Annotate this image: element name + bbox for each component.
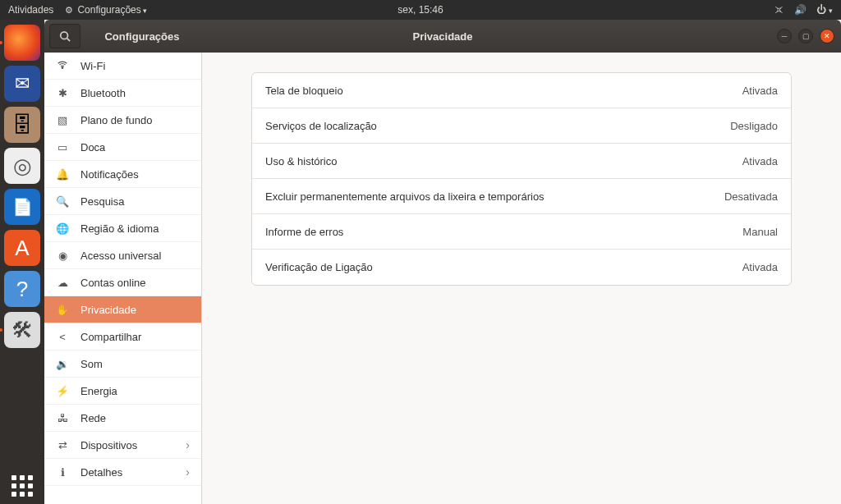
devices-icon: ⇄ <box>56 439 69 451</box>
setting-row[interactable]: Verificação de LigaçãoAtivada <box>252 250 791 285</box>
sidebar-item-label: Plano de fundo <box>80 114 152 126</box>
dock-item-rhythmbox[interactable]: ◎ <box>4 148 40 184</box>
app-title: Configurações <box>80 30 204 43</box>
sidebar-item-background[interactable]: ▧Plano de fundo <box>44 107 201 134</box>
setting-value: Ativada <box>742 85 778 97</box>
sidebar-item-label: Dispositivos <box>80 439 137 451</box>
sidebar-item-power[interactable]: ⚡Energia <box>44 378 201 405</box>
sound-icon: 🔉 <box>56 358 69 370</box>
network-icon: 🖧 <box>56 412 69 424</box>
minimize-button[interactable]: ─ <box>777 29 792 44</box>
bluetooth-icon: ✱ <box>56 87 69 99</box>
dock-item-software[interactable]: A <box>4 230 40 266</box>
sidebar-item-globe[interactable]: 🌐Região & idioma <box>44 215 201 242</box>
svg-point-2 <box>62 66 63 68</box>
hand-icon: ✋ <box>56 304 69 316</box>
sidebar-item-search[interactable]: 🔍Pesquisa <box>44 188 201 215</box>
sidebar-item-share[interactable]: <Compartilhar <box>44 323 201 351</box>
setting-label: Verificação de Ligação <box>265 261 373 273</box>
sidebar-item-label: Detalhes <box>80 466 122 479</box>
sidebar-item-label: Notificações <box>80 168 139 181</box>
dock-item-thunderbird[interactable]: ✉ <box>4 66 40 102</box>
sidebar-item-label: Doca <box>80 141 105 153</box>
sidebar-item-label: Som <box>80 358 103 370</box>
search-button[interactable] <box>49 24 80 48</box>
search-icon: 🔍 <box>56 195 69 208</box>
top-panel: Atividades Configurações sex, 15:46 ⯏ 🔊 … <box>0 0 841 20</box>
svg-point-0 <box>61 32 68 39</box>
sidebar-item-wifi[interactable]: Wi-Fi <box>44 53 201 80</box>
setting-row[interactable]: Tela de bloqueioAtivada <box>252 73 791 108</box>
app-menu-label: Configurações <box>77 4 147 16</box>
dock-icon: ▭ <box>56 141 69 153</box>
search-icon <box>59 30 71 42</box>
sidebar-item-bluetooth[interactable]: ✱Bluetooth <box>44 80 201 107</box>
sidebar-item-sound[interactable]: 🔉Som <box>44 351 201 378</box>
sidebar-item-hand[interactable]: ✋Privacidade <box>44 296 201 323</box>
activities-button[interactable]: Atividades <box>8 4 53 16</box>
setting-label: Informe de erros <box>265 226 343 238</box>
sidebar-item-dock[interactable]: ▭Doca <box>44 134 201 161</box>
show-applications-button[interactable] <box>4 468 40 504</box>
sidebar-item-devices[interactable]: ⇄Dispositivos› <box>44 432 201 459</box>
svg-line-1 <box>67 39 71 42</box>
dock-item-firefox[interactable] <box>4 25 40 61</box>
info-icon: ℹ <box>56 466 69 479</box>
clock-label[interactable]: sex, 15:46 <box>398 4 443 16</box>
sidebar-item-network[interactable]: 🖧Rede <box>44 405 201 432</box>
power-icon[interactable]: ⏻ <box>816 4 833 16</box>
setting-row[interactable]: Excluir permanentemente arquivos da lixe… <box>252 179 791 214</box>
gear-icon <box>65 4 73 16</box>
network-status-icon[interactable]: ⯏ <box>774 4 784 16</box>
setting-label: Tela de bloqueio <box>265 85 343 97</box>
privacy-settings-list: Tela de bloqueioAtivadaServiços de local… <box>251 72 792 286</box>
main-panel: Tela de bloqueioAtivadaServiços de local… <box>202 53 841 504</box>
accounts-icon: ☁ <box>56 277 69 289</box>
sidebar-item-label: Privacidade <box>80 304 136 316</box>
titlebar: Configurações Privacidade ─ ▢ ✕ <box>44 20 841 53</box>
close-button[interactable]: ✕ <box>820 29 834 44</box>
sidebar-item-bell[interactable]: 🔔Notificações <box>44 161 201 188</box>
sidebar: Wi-Fi✱Bluetooth▧Plano de fundo▭Doca🔔Noti… <box>44 53 202 504</box>
setting-label: Serviços de localização <box>265 120 377 132</box>
sidebar-item-accessibility[interactable]: ◉Acesso universal <box>44 242 201 269</box>
dock-item-files[interactable]: 🗄 <box>4 107 40 143</box>
power-icon: ⚡ <box>56 385 69 397</box>
dock-item-help[interactable]: ? <box>4 271 40 307</box>
sidebar-item-label: Rede <box>80 412 106 424</box>
sidebar-item-label: Acesso universal <box>80 250 161 262</box>
globe-icon: 🌐 <box>56 222 69 235</box>
wifi-icon <box>56 59 69 73</box>
setting-row[interactable]: Serviços de localizaçãoDesligado <box>252 108 791 144</box>
sidebar-item-label: Contas online <box>80 277 146 289</box>
setting-value: Desativada <box>724 190 778 203</box>
setting-row[interactable]: Uso & históricoAtivada <box>252 144 791 179</box>
settings-window: Configurações Privacidade ─ ▢ ✕ Wi-Fi✱Bl… <box>44 20 841 504</box>
maximize-button[interactable]: ▢ <box>798 29 813 44</box>
dock-item-tweaks[interactable]: 🛠 <box>4 312 40 348</box>
setting-value: Manual <box>742 226 778 238</box>
sidebar-item-info[interactable]: ℹDetalhes› <box>44 459 201 486</box>
bell-icon: 🔔 <box>56 168 69 181</box>
background-icon: ▧ <box>56 114 69 126</box>
chevron-right-icon: › <box>186 465 190 479</box>
setting-row[interactable]: Informe de errosManual <box>252 214 791 250</box>
setting-label: Uso & histórico <box>265 155 337 167</box>
sidebar-item-label: Região & idioma <box>80 222 159 235</box>
setting-value: Desligado <box>730 120 778 132</box>
chevron-right-icon: › <box>186 438 190 451</box>
sidebar-item-accounts[interactable]: ☁Contas online <box>44 269 201 296</box>
sidebar-item-label: Energia <box>80 385 117 397</box>
sidebar-item-label: Bluetooth <box>80 87 126 99</box>
share-icon: < <box>56 331 69 343</box>
dock: ✉ 🗄 ◎ 📄 A ? 🛠 <box>0 20 44 504</box>
app-menu-button[interactable]: Configurações <box>65 4 147 16</box>
sidebar-item-label: Wi-Fi <box>80 60 105 72</box>
setting-value: Ativada <box>742 155 778 167</box>
setting-label: Excluir permanentemente arquivos da lixe… <box>265 190 545 203</box>
setting-value: Ativada <box>742 261 778 273</box>
dock-item-writer[interactable]: 📄 <box>4 189 40 225</box>
volume-icon[interactable]: 🔊 <box>794 4 807 16</box>
accessibility-icon: ◉ <box>56 250 69 262</box>
sidebar-item-label: Pesquisa <box>80 195 124 208</box>
